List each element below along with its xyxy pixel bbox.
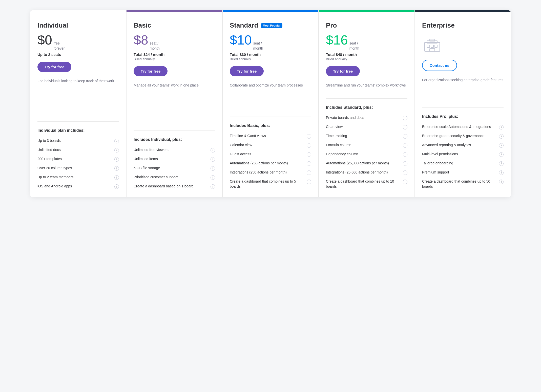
feature-item: Formula column i [326,143,407,148]
info-icon[interactable]: i [307,152,311,157]
info-icon[interactable]: i [114,157,119,162]
divider-standard [230,117,311,117]
cta-button-individual[interactable]: Try for free [37,62,71,72]
info-icon[interactable]: i [211,184,215,189]
plan-card-standard: Standard Most Popular $10 seat /month To… [222,10,319,197]
info-icon[interactable]: i [499,161,504,166]
info-icon[interactable]: i [211,175,215,180]
feature-item: Up to 3 boards i [37,138,119,143]
price-amount-basic: $8 [134,33,148,47]
feature-item: Create a dashboard that combines up to 1… [326,179,407,189]
info-icon[interactable]: i [403,116,407,120]
price-row-individual: $0 freeforever [37,33,119,51]
feature-item: Enterprise-scale Automations & Integrati… [422,124,504,129]
plan-top-bar [127,10,222,12]
info-icon[interactable]: i [403,125,407,129]
feature-text: 200+ templates [37,157,112,162]
feature-item: Private boards and docs i [326,115,407,120]
info-icon[interactable]: i [114,166,119,171]
info-icon[interactable]: i [403,134,407,139]
cta-button-enterprise[interactable]: Contact us [422,60,457,71]
info-icon[interactable]: i [499,143,504,148]
info-icon[interactable]: i [307,134,311,139]
includes-title-standard: Includes Basic, plus: [230,123,311,128]
feature-item: Create a dashboard that combines up to 5… [422,179,504,189]
feature-list-enterprise: Enterprise-scale Automations & Integrati… [422,124,504,189]
feature-text: Create a dashboard that combines up to 5… [230,179,305,189]
feature-text: Integrations (250 actions per month) [230,170,305,175]
feature-text: Formula column [326,143,401,148]
divider-individual [37,121,119,122]
info-icon[interactable]: i [499,180,504,184]
feature-text: iOS and Android apps [37,184,112,189]
info-icon[interactable]: i [211,166,215,171]
price-row-pro: $16 seat /month [326,33,407,51]
feature-text: Guest access [230,152,305,157]
info-icon[interactable]: i [307,143,311,148]
total-price-basic: Total $24 / month [134,52,215,57]
info-icon[interactable]: i [403,170,407,175]
svg-rect-3 [435,45,437,48]
feature-text: Multi-level permissions [422,152,497,157]
info-icon[interactable]: i [307,161,311,166]
info-icon[interactable]: i [499,125,504,129]
info-icon[interactable]: i [114,139,119,143]
feature-item: Over 20 column types i [37,166,119,171]
feature-item: Enterprise-grade security & governance i [422,134,504,139]
feature-text: Timeline & Gantt views [230,134,305,139]
feature-item: Calendar view i [230,143,311,148]
total-price-standard: Total $30 / month [230,52,311,57]
feature-text: Chart view [326,124,401,129]
plan-card-enterprise: Enterprise Contact usFor organizations s… [415,10,511,197]
info-icon[interactable]: i [499,152,504,157]
feature-item: Integrations (250 actions per month) i [230,170,311,175]
feature-item: Automations (25,000 actions per month) i [326,161,407,166]
includes-title-individual: Individual plan includes: [37,128,119,133]
feature-text: Tailored onboarding [422,161,497,166]
feature-item: Premium support i [422,170,504,175]
feature-text: Prioritised customer support [134,175,209,180]
info-icon[interactable]: i [403,152,407,157]
feature-text: Unlimited docs [37,147,112,153]
divider-pro [326,98,407,99]
feature-text: Time tracking [326,134,401,139]
price-row-standard: $10 seat /month [230,33,311,51]
feature-item: Time tracking i [326,134,407,139]
info-icon[interactable]: i [114,175,119,180]
plan-description-individual: For individuals looking to keep track of… [37,78,119,111]
feature-text: Over 20 column types [37,166,112,171]
feature-text: Unlimited free viewers [134,147,209,153]
plan-card-pro: Pro $16 seat /month Total $48 / monthBil… [319,10,415,197]
plan-description-standard: Collaborate and optimize your team proce… [230,82,311,106]
plan-description-basic: Manage all your teams' work in one place [134,82,215,120]
feature-item: Timeline & Gantt views i [230,134,311,139]
info-icon[interactable]: i [499,134,504,139]
info-icon[interactable]: i [211,157,215,162]
cta-button-standard[interactable]: Try for free [230,66,264,76]
feature-text: 5 GB file storage [134,166,209,171]
feature-list-standard: Timeline & Gantt views i Calendar view i… [230,134,311,189]
feature-item: Create a dashboard based on 1 board i [134,184,215,189]
feature-text: Automations (25,000 actions per month) [326,161,401,166]
feature-text: Premium support [422,170,497,175]
feature-item: Prioritised customer support i [134,175,215,180]
info-icon[interactable]: i [114,184,119,189]
info-icon[interactable]: i [114,148,119,153]
info-icon[interactable]: i [307,180,311,184]
info-icon[interactable]: i [403,180,407,184]
info-icon[interactable]: i [211,148,215,153]
info-icon[interactable]: i [403,143,407,148]
cta-button-pro[interactable]: Try for free [326,66,360,76]
plan-description-pro: Streamline and run your teams' complex w… [326,82,407,88]
feature-item: Tailored onboarding i [422,161,504,166]
feature-item: Integrations (25,000 actions per month) … [326,170,407,175]
feature-text: Private boards and docs [326,115,401,120]
plan-top-bar [319,10,414,12]
feature-list-pro: Private boards and docs i Chart view i T… [326,115,407,189]
info-icon[interactable]: i [499,170,504,175]
cta-button-basic[interactable]: Try for free [134,66,168,76]
feature-item: Advanced reporting & analytics i [422,143,504,148]
info-icon[interactable]: i [307,170,311,175]
plan-name-standard: Standard Most Popular [230,21,311,29]
info-icon[interactable]: i [403,161,407,166]
